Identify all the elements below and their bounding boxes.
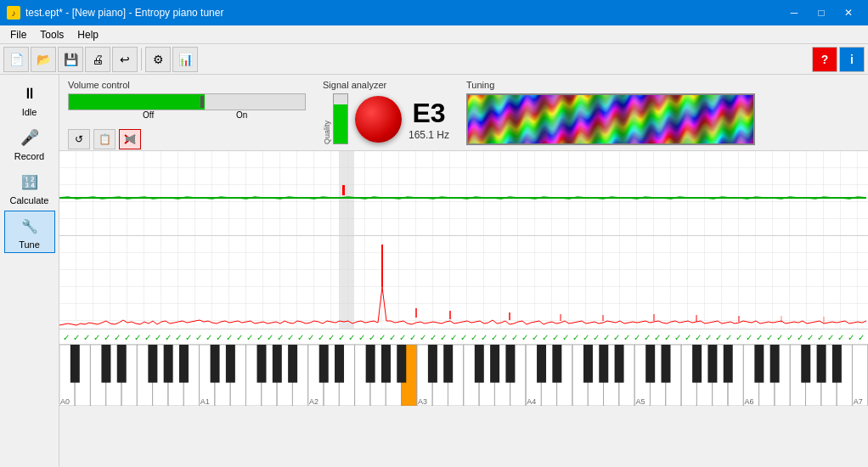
- tuning-label: Tuning: [466, 80, 755, 90]
- sidebar-item-tune[interactable]: 🔧 Tune: [4, 211, 55, 253]
- sidebar: ⏸ Idle 🎤 Record 🔢 Calculate 🔧 Tune: [0, 75, 59, 467]
- tuning-canvas: [468, 95, 755, 145]
- volume-label: Volume control: [68, 80, 306, 90]
- waveform-section: [59, 151, 868, 236]
- toolbar-separator: [141, 48, 142, 70]
- volume-slider-fill: [69, 94, 205, 110]
- window-title: test.ept* - [New piano] - Entropy piano …: [25, 7, 223, 19]
- toolbar-chart[interactable]: 📊: [172, 47, 198, 72]
- note-frequency: 165.1 Hz: [409, 129, 449, 141]
- note-name: E3: [412, 98, 445, 129]
- signal-label: Signal analyzer: [323, 80, 449, 90]
- title-bar: ♪ test.ept* - [New piano] - Entropy pian…: [0, 0, 868, 25]
- sidebar-item-idle[interactable]: ⏸ Idle: [4, 78, 55, 121]
- content-area: Volume control Off On ↺ 📋: [59, 75, 868, 467]
- sidebar-tune-label: Tune: [19, 239, 40, 250]
- piano-keys-container: [59, 345, 868, 406]
- svg-text:✓✓✓
            ✓✓✓
          : ✓✓✓ ✓✓✓ ✓✓✓ ✓✓✓ ✓✓✓ ✓✓✓ ✓✓✓ ✓✓✓ ✓✓✓ ✓✓✓ …: [63, 333, 868, 342]
- record-icon: 🎤: [18, 126, 42, 149]
- sidebar-item-record[interactable]: 🎤 Record: [4, 122, 55, 165]
- sidebar-record-label: Record: [14, 151, 44, 161]
- signal-inner: Quality E3 165.1 Hz: [323, 93, 449, 144]
- volume-slider-container: Off On: [68, 93, 306, 122]
- volume-mute-btn[interactable]: [119, 129, 141, 149]
- svg-rect-8: [59, 151, 868, 235]
- title-bar-left: ♪ test.ept* - [New piano] - Entropy pian…: [7, 6, 223, 20]
- title-bar-controls[interactable]: ─ □ ✕: [781, 0, 861, 25]
- maximize-button[interactable]: □: [809, 0, 834, 25]
- volume-buttons: ↺ 📋: [68, 129, 306, 149]
- quality-label: Quality: [323, 93, 331, 144]
- svg-rect-10: [342, 185, 345, 195]
- sidebar-item-calculate[interactable]: 🔢 Calculate: [4, 166, 55, 209]
- sidebar-calculate-label: Calculate: [10, 195, 49, 205]
- toolbar-help[interactable]: ?: [812, 47, 837, 72]
- menu-bar: File Tools Help: [0, 25, 868, 44]
- checkmarks-row: ✓✓✓ ✓✓✓ ✓✓✓ ✓✓✓ ✓✓✓ ✓✓✓ ✓✓✓ ✓✓✓ ✓✓✓ ✓✓✓ …: [59, 329, 868, 345]
- toolbar-undo[interactable]: ↩: [112, 47, 138, 72]
- svg-rect-14: [59, 236, 868, 329]
- toolbar-settings[interactable]: ⚙: [145, 47, 171, 72]
- waveform-svg: [59, 151, 868, 235]
- svg-rect-9: [339, 151, 354, 235]
- signal-indicator: [355, 96, 402, 143]
- tuning-section: Tuning: [466, 80, 755, 145]
- menu-tools[interactable]: Tools: [33, 27, 70, 42]
- quality-indicator: Quality: [323, 93, 348, 144]
- quality-bar: [333, 93, 348, 144]
- quality-fill: [334, 104, 347, 143]
- sidebar-idle-label: Idle: [22, 107, 37, 117]
- volume-off-label: Off: [143, 110, 154, 120]
- toolbar-open[interactable]: 📂: [31, 47, 56, 72]
- tune-icon: 🔧: [18, 214, 42, 238]
- volume-copy-btn[interactable]: 📋: [93, 129, 116, 149]
- checkmarks-svg: ✓✓✓ ✓✓✓ ✓✓✓ ✓✓✓ ✓✓✓ ✓✓✓ ✓✓✓ ✓✓✓ ✓✓✓ ✓✓✓ …: [59, 329, 868, 345]
- toolbar-info[interactable]: i: [839, 47, 865, 72]
- toolbar: 📄 📂 💾 🖨 ↩ ⚙ 📊 ? i: [0, 44, 868, 75]
- signal-section: Signal analyzer Quality E3 165.1 Hz: [323, 80, 449, 145]
- close-button[interactable]: ✕: [836, 0, 861, 25]
- volume-refresh-btn[interactable]: ↺: [68, 129, 90, 149]
- app-icon: ♪: [7, 6, 20, 20]
- tuning-display: [466, 93, 755, 145]
- toolbar-right-section: ? i: [812, 47, 865, 72]
- main-layout: ⏸ Idle 🎤 Record 🔢 Calculate 🔧 Tune Volum…: [0, 75, 868, 467]
- toolbar-print[interactable]: 🖨: [85, 47, 110, 72]
- toolbar-new[interactable]: 📄: [3, 47, 29, 72]
- svg-marker-3: [130, 134, 135, 144]
- svg-rect-2: [126, 137, 130, 141]
- spectrum-section: [59, 236, 868, 329]
- svg-rect-15: [339, 236, 354, 329]
- volume-on-label: On: [236, 110, 247, 120]
- idle-icon: ⏸: [18, 82, 42, 105]
- spectrum-svg: [59, 236, 868, 329]
- note-display: E3 165.1 Hz: [409, 98, 449, 141]
- piano-section: ✓✓✓ ✓✓✓ ✓✓✓ ✓✓✓ ✓✓✓ ✓✓✓ ✓✓✓ ✓✓✓ ✓✓✓ ✓✓✓ …: [59, 329, 868, 406]
- volume-section: Volume control Off On ↺ 📋: [68, 80, 306, 145]
- piano-canvas[interactable]: [59, 345, 868, 406]
- menu-file[interactable]: File: [3, 27, 33, 42]
- menu-help[interactable]: Help: [70, 27, 105, 42]
- volume-slider-track[interactable]: [68, 93, 306, 110]
- volume-slider-thumb[interactable]: [200, 96, 204, 108]
- speaker-mute-icon: [123, 133, 137, 145]
- control-strip: Volume control Off On ↺ 📋: [59, 75, 868, 151]
- calculate-icon: 🔢: [18, 170, 42, 194]
- minimize-button[interactable]: ─: [781, 0, 807, 25]
- toolbar-save[interactable]: 💾: [58, 47, 83, 72]
